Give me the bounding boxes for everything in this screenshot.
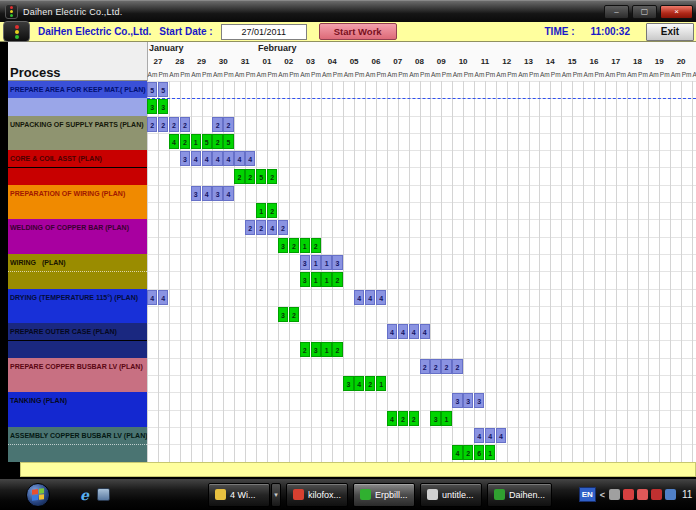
taskbar-button-icon	[427, 489, 438, 500]
date-label: 31	[234, 55, 256, 68]
process-label[interactable]: ASSEMBLY COPPER BUSBAR LV (PLAN)	[8, 427, 147, 444]
maximize-button[interactable]: ▢	[632, 5, 657, 19]
process-band	[8, 444, 147, 461]
gantt-cell-plan: 3	[300, 255, 310, 270]
gantt-cell-actual: 3	[278, 307, 288, 322]
tray-icon[interactable]	[637, 489, 648, 500]
start-date-label: Start Date :	[159, 26, 212, 37]
tray-expand-icon[interactable]: <	[600, 490, 605, 500]
halfday-label: Pm	[441, 69, 452, 81]
halfday-label: Am	[300, 69, 311, 81]
tray-icon[interactable]	[651, 489, 662, 500]
gantt-cell-actual: 3	[430, 411, 440, 426]
process-label[interactable]: PREPARE OUTER CASE (PLAN)	[8, 323, 147, 340]
date-label: 30	[212, 55, 234, 68]
process-label[interactable]: CORE & COIL ASST (PLAN)	[8, 150, 147, 167]
halfday-label: Pm	[507, 69, 518, 81]
process-band	[8, 341, 147, 358]
gantt-cell-plan: 3	[191, 186, 201, 201]
halfday-label: Pm	[180, 69, 191, 81]
halfday-label: Am	[561, 69, 572, 81]
date-label: 03	[300, 55, 322, 68]
gantt-cell-actual: 2	[234, 169, 244, 184]
gantt-cell-actual: 3	[300, 272, 310, 287]
start-date-input[interactable]	[221, 24, 307, 40]
date-label: 01	[256, 55, 278, 68]
gantt-cell-plan: 3	[332, 255, 342, 270]
gantt-cell-actual: 1	[441, 411, 451, 426]
app-traffic-light-icon	[5, 4, 18, 19]
gantt-cell-actual: 1	[300, 238, 310, 253]
date-label: 10	[452, 55, 474, 68]
process-label[interactable]: UNPACKING OF SUPPLY PARTS (PLAN)	[8, 116, 147, 133]
gantt-cell-actual: 2	[463, 445, 473, 460]
exit-button[interactable]: Exit	[646, 23, 694, 41]
start-button[interactable]	[26, 483, 50, 507]
process-band	[8, 271, 147, 288]
taskbar-button[interactable]: untitle...	[420, 483, 482, 507]
halfday-label: Am	[147, 69, 158, 81]
gantt-cell-plan: 2	[278, 220, 288, 235]
gantt-cell-actual: 5	[202, 134, 212, 149]
gantt-cell-actual: 4	[169, 134, 179, 149]
taskbar-button[interactable]: kilofox...	[286, 483, 348, 507]
taskbar-button-dropdown-icon[interactable]: ▾	[271, 483, 281, 507]
tray-icon[interactable]	[609, 489, 620, 500]
taskbar-button[interactable]: Erpbill...	[353, 483, 415, 507]
halfday-label: Pm	[398, 69, 409, 81]
gantt-cell-actual: 3	[158, 99, 168, 114]
taskbar-button-icon	[293, 489, 304, 500]
taskbar-button[interactable]: 4 Wi...	[208, 483, 270, 507]
process-label[interactable]: DRYING (TEMPERATURE 115°) (PLAN)	[8, 289, 147, 306]
tray-icon[interactable]	[623, 489, 634, 500]
halfday-label: Pm	[289, 69, 300, 81]
language-indicator[interactable]: EN	[579, 487, 596, 502]
process-band	[8, 375, 147, 392]
taskbar-button-label: Daihen...	[509, 490, 545, 500]
halfday-label: Pm	[529, 69, 540, 81]
gantt-cell-plan: 4	[223, 151, 233, 166]
quick-launch-app-icon[interactable]	[97, 488, 110, 501]
window-title: Daihen Electric Co.,Ltd.	[23, 7, 122, 17]
start-work-button[interactable]: Start Work	[319, 23, 397, 40]
date-label: 17	[605, 55, 627, 68]
process-label[interactable]: WIRING (PLAN)	[8, 254, 147, 271]
process-label[interactable]: PREPARE AREA FOR KEEP MAT.( PLAN)	[8, 81, 147, 98]
month-label: January	[149, 43, 184, 53]
gantt-cell-actual: 2	[267, 169, 277, 184]
tray-icon[interactable]	[665, 489, 676, 500]
gantt-cell-plan: 2	[158, 117, 168, 132]
close-button[interactable]: ×	[660, 5, 693, 19]
month-label: February	[258, 43, 297, 53]
dashed-divider-line	[147, 98, 696, 99]
minimize-button[interactable]: –	[604, 5, 629, 19]
gantt-cell-actual: 4	[387, 411, 397, 426]
halfday-label: Am	[692, 69, 696, 81]
gantt-cell-plan: 4	[191, 151, 201, 166]
halfday-label: Pm	[485, 69, 496, 81]
gantt-cell-plan: 3	[212, 186, 222, 201]
date-label: 14	[539, 55, 561, 68]
process-label[interactable]: PREPARATION OF WIRING (PLAN)	[8, 185, 147, 202]
process-band	[8, 202, 147, 219]
gantt-cell-plan: 1	[311, 255, 321, 270]
halfday-label: Pm	[572, 69, 583, 81]
gantt-cell-plan: 2	[441, 359, 451, 374]
halfday-label: Pm	[681, 69, 692, 81]
date-label: 06	[365, 55, 387, 68]
process-label[interactable]: PREPARE COPPER BUSBAR LV (PLAN)	[8, 358, 147, 375]
process-label[interactable]: TANKING (PLAN)	[8, 392, 147, 409]
ie-browser-icon[interactable]: e	[80, 487, 89, 503]
halfday-label: Am	[518, 69, 529, 81]
process-label[interactable]: WELDING OF COPPER BAR (PLAN)	[8, 219, 147, 236]
gantt-cell-plan: 4	[409, 324, 419, 339]
taskbar-button[interactable]: Daihen...	[487, 483, 552, 507]
gantt-cell-actual: 2	[409, 411, 419, 426]
gantt-cell-plan: 2	[420, 359, 430, 374]
gantt-cell-actual: 2	[300, 342, 310, 357]
gantt-cell-plan: 4	[245, 151, 255, 166]
halfday-label: Am	[583, 69, 594, 81]
gantt-cell-actual: 2	[365, 376, 375, 391]
gantt-cell-actual: 2	[332, 342, 342, 357]
gantt-cell-plan: 2	[452, 359, 462, 374]
